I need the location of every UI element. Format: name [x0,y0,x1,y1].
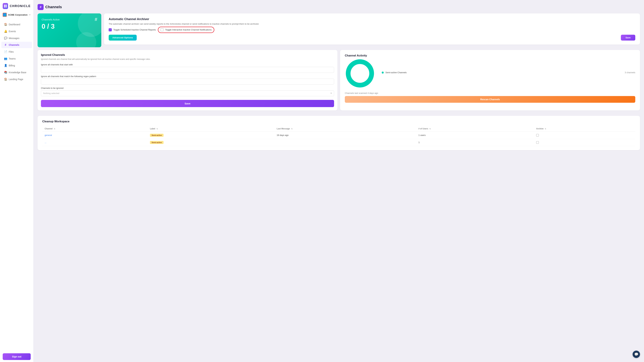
cleanup-table: Channel ⇅ Label ⇅ Last Message ⇅ # of Us… [42,126,635,146]
sidebar-item-label: Messages [9,37,20,39]
message-icon: 💬 [4,36,7,40]
sign-out-button[interactable]: Sign out [3,353,31,360]
table-header: Channel ⇅ Label ⇅ Last Message ⇅ # of Us… [42,126,635,132]
toggle-row: ✓ Toggle Scheduled Inactive Channel Repo… [109,28,635,31]
sidebar-item-channels[interactable]: # Channels [1,42,32,48]
sidebar-item-label: Landing Page [9,78,23,81]
sort-icon-label: ⇅ [156,128,158,130]
donut-container: Semi-active Channels 3 channels [345,58,635,88]
cell-channel: general [42,132,148,139]
channel-link-general[interactable]: general [44,134,52,136]
channel-activity-card: Channel Activity Semi-active Channels 3 … [340,50,640,110]
channels-header-icon: # [38,4,44,10]
ignored-channels-save-button[interactable]: Save [41,100,334,107]
sidebar-nav: 🏠 Dashboard 🔔 Events 💬 Messages # Channe… [0,19,33,351]
sidebar-item-messages[interactable]: 💬 Messages [1,35,32,41]
ignored-channels-title: Ignored Channels [41,53,334,57]
col-archive: Archive ⇅ [534,126,635,132]
sidebar-item-label: Files [9,50,14,53]
table-row: ... Semi-active 1 [42,139,635,146]
cell-label: Semi-active [148,139,274,146]
svg-rect-2 [4,6,5,7]
sidebar-item-label: Dashboard [9,23,20,26]
org-selector[interactable]: ACME Corporation ▼ [0,11,33,19]
channel-link-2[interactable]: ... [44,141,46,144]
sort-icon-last-message: ⇅ [291,128,292,130]
channels-to-ignore-label: Channels to be ignored [41,87,334,89]
svg-point-5 [348,62,372,85]
org-name: ACME Corporation [8,13,28,16]
cell-label: Semi-active [148,132,274,139]
svg-rect-0 [4,5,5,6]
archive-checkbox-general[interactable] [536,134,539,137]
svg-rect-3 [6,6,7,7]
billing-icon: 👤 [4,64,7,67]
toggle-interactive-checkbox[interactable] [160,28,164,31]
col-last-message: Last Message ⇅ [274,126,416,132]
toggle-scheduled-checkbox[interactable]: ✓ [109,28,112,31]
cell-last-message: 19 days ago [274,132,416,139]
archiver-card: Automatic Channel Archiver The automatic… [104,13,640,44]
sidebar-item-label: Knowledge Base [9,71,26,74]
bell-icon: 🔔 [4,30,7,33]
sidebar: CHRONICLE ACME Corporation ▼ 🏠 Dashboard… [0,0,34,362]
ignored-channels-desc: Ignored channels are channel that will a… [41,58,334,61]
starts-with-field: Ignore all channels that start with [41,63,334,73]
regex-label: Ignore all channels that match the follo… [41,75,334,78]
main-content: # Channels # Channels Active 0 / 3 Autom… [34,0,644,362]
channels-active-card: # Channels Active 0 / 3 [38,13,101,47]
channels-active-count: 0 / 3 [42,23,97,30]
channels-select-wrapper: Nothing selected ▼ [41,90,334,96]
file-icon: 📄 [4,50,7,53]
chat-bubble-button[interactable]: 💬 [632,351,640,358]
sidebar-item-teams[interactable]: 👥 Teams [1,55,32,62]
sidebar-item-knowledge-base[interactable]: 📚 Knowledge Base [1,69,32,76]
cell-last-message [274,139,416,146]
badge-semi-active: Semi-active [150,134,164,137]
archiver-save-button[interactable]: Save [621,35,635,40]
table-header-row: Channel ⇅ Label ⇅ Last Message ⇅ # of Us… [42,126,635,132]
table-row: general Semi-active 19 days ago 1 users [42,132,635,139]
archiver-description: The automatic channel archiver can send … [109,22,635,26]
sidebar-item-billing[interactable]: 👤 Billing [1,62,32,69]
table-body: general Semi-active 19 days ago 1 users … [42,132,635,146]
toggle-scheduled-item: ✓ Toggle Scheduled Inactive Channel Repo… [109,28,156,31]
starts-with-label: Ignore all channels that start with [41,63,334,66]
home-icon: 🏠 [4,23,7,26]
sort-icon-channel: ⇅ [54,128,55,130]
sidebar-item-events[interactable]: 🔔 Events [1,28,32,34]
archive-checkbox-2[interactable] [536,141,539,144]
rescan-channels-button[interactable]: Rescan Channels [345,96,635,103]
top-section: # Channels Active 0 / 3 Automatic Channe… [38,13,640,47]
sidebar-item-label: Teams [9,57,16,60]
cell-users: 1 [416,139,534,146]
svg-rect-1 [6,5,7,6]
archiver-actions: Advanced Options Save [109,35,635,40]
toggle-interactive-wrapper: Toggle Interactive Inactive Channel Noti… [160,28,212,31]
cell-channel: ... [42,139,148,146]
sidebar-item-label: Events [9,30,16,33]
starts-with-input[interactable] [41,67,334,73]
toggle-interactive-label: Toggle Interactive Inactive Channel Noti… [165,28,212,31]
channel-activity-title: Channel Activity [345,54,635,57]
legend-dot-semi-active [382,71,384,73]
toggle-interactive-item: Toggle Interactive Inactive Channel Noti… [160,28,212,31]
regex-input[interactable] [41,79,334,84]
chat-icon: 💬 [634,352,638,356]
sidebar-item-landing-page[interactable]: 🏠 Landing Page [1,76,32,82]
sidebar-item-dashboard[interactable]: 🏠 Dashboard [1,21,32,28]
middle-section: Ignored Channels Ignored channels are ch… [38,50,640,113]
channels-active-label: Channels Active [42,18,97,21]
landing-icon: 🏠 [4,78,7,81]
advanced-options-button[interactable]: Advanced Options [109,35,137,40]
legend-label-semi-active: Semi-active Channels [386,71,623,74]
archiver-title: Automatic Channel Archiver [109,17,635,21]
col-users: # of Users ⇅ [416,126,534,132]
page-title: Channels [45,5,62,9]
chevron-down-icon: ▼ [29,14,31,16]
hash-nav-icon: # [4,43,7,46]
sidebar-item-label: Billing [9,64,15,67]
channels-to-ignore-select[interactable]: Nothing selected [41,90,334,96]
cleanup-workspace-card: Cleanup Workspace Channel ⇅ Label ⇅ Last… [38,116,640,150]
sidebar-item-files[interactable]: 📄 Files [1,48,32,55]
